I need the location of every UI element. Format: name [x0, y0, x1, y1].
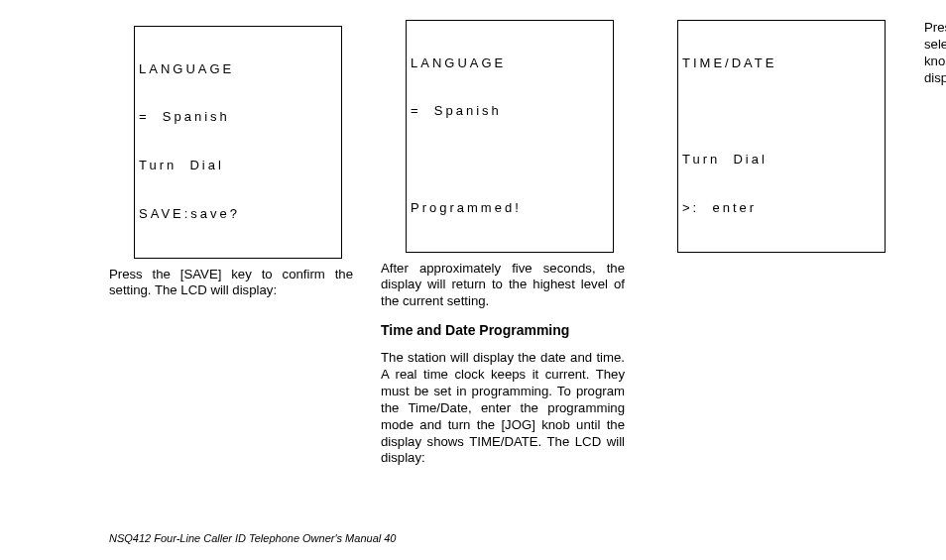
lcd-line: >: enter — [682, 200, 881, 216]
lcd-line: Programmed! — [411, 200, 609, 216]
lcd-language-programmed: LANGUAGE = Spanish Programmed! — [406, 20, 614, 253]
lcd-line: LANGUAGE — [139, 61, 337, 77]
lcd-line: SAVE:save? — [139, 206, 337, 222]
lcd-line — [682, 103, 881, 119]
body-text: The station will display the date and ti… — [381, 350, 625, 467]
body-text: Press the [SAVE] key to confirm the sett… — [109, 267, 353, 300]
lcd-language-prompt: LANGUAGE = Spanish Turn Dial SAVE:save? — [134, 26, 342, 259]
page-footer: NSQ412 Four-Line Caller ID Telephone Own… — [109, 532, 396, 544]
lcd-line — [411, 152, 609, 168]
section-heading: Time and Date Programming — [381, 322, 625, 340]
lcd-timedate: TIME/DATE Turn Dial >: enter — [677, 20, 886, 253]
lcd-line: TIME/DATE — [682, 56, 881, 71]
body-text: After approximately five seconds, the di… — [381, 261, 625, 311]
manual-page: LANGUAGE = Spanish Turn Dial SAVE:save? … — [0, 0, 946, 560]
lcd-line: = Spanish — [139, 109, 337, 125]
lcd-line: = Spanish — [411, 103, 609, 119]
lcd-line: LANGUAGE — [411, 56, 609, 71]
content-columns: LANGUAGE = Spanish Turn Dial SAVE:save? … — [109, 20, 896, 505]
body-text: Press the NAVIGATION [>] key to begin se… — [924, 20, 946, 87]
lcd-line: Turn Dial — [139, 158, 337, 173]
lcd-line: Turn Dial — [682, 152, 881, 168]
